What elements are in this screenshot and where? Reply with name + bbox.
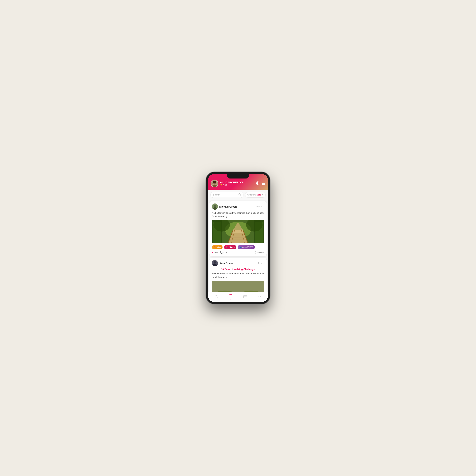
post-time-1: 30m ago (256, 205, 264, 208)
pin-icon: 📍 (214, 246, 216, 248)
svg-line-31 (255, 253, 255, 253)
post-author-2: Sara Grace (212, 260, 233, 266)
post-author-name-1: Michael Green (219, 205, 237, 208)
user-info: ALLY ARCHERON 🏆 100 (220, 181, 243, 186)
like-button-1[interactable]: ♥ 500 (212, 251, 218, 254)
phone-screen: ALLY ARCHERON 🏆 100 (208, 174, 268, 302)
cart-nav-icon (257, 295, 261, 300)
post-avatar-1 (212, 204, 218, 210)
svg-point-3 (213, 181, 216, 184)
post-card-2: Sara Grace 1h ago 30 Days of Walking Cha… (209, 258, 267, 294)
post-author-name-2: Sara Grace (219, 262, 233, 265)
search-placeholder: Search (213, 193, 238, 196)
avatar[interactable] (211, 180, 218, 187)
runner-icon: 🏃 (226, 246, 228, 248)
svg-line-5 (240, 195, 241, 195)
share-button-1[interactable]: SHARE (254, 251, 264, 254)
stat-speed: 🏃 2 km/h (224, 245, 236, 249)
post-avatar-2 (212, 260, 218, 266)
post-author-1: Michael Green (212, 204, 237, 210)
svg-marker-16 (232, 230, 245, 233)
order-label: Order by: (247, 194, 256, 196)
heart-nav-icon (215, 295, 219, 300)
share-label-1: SHARE (257, 251, 264, 254)
svg-rect-53 (229, 294, 232, 295)
svg-rect-35 (212, 281, 264, 292)
notification-dot (258, 181, 259, 182)
post-time-2: 1h ago (258, 262, 264, 264)
svg-point-58 (259, 298, 259, 298)
post-header-1: Michael Green 30m ago (212, 204, 264, 210)
nav-item-activity[interactable] (212, 294, 221, 301)
post-text-2: No better way to start the morning than … (212, 272, 264, 279)
feed-nav-icon (229, 294, 233, 299)
post-text-1: No better way to start the morning than … (212, 211, 264, 218)
feed-nav-dot (231, 299, 231, 300)
post-header-2: Sara Grace 1h ago (212, 260, 264, 266)
feed: Michael Green 30m ago No better way to s… (208, 200, 268, 294)
shoe-icon: 👟 (239, 246, 242, 248)
nav-item-wallet[interactable] (241, 294, 249, 301)
post-image-1 (212, 220, 264, 243)
header-right (256, 181, 265, 186)
user-points: 🏆 100 (220, 184, 243, 186)
svg-point-7 (214, 205, 216, 207)
header-left: ALLY ARCHERON 🏆 100 (211, 180, 243, 187)
order-value: Date (256, 194, 261, 196)
chevron-down-icon: ▼ (262, 194, 263, 196)
bottom-nav (208, 292, 268, 302)
notch (227, 174, 249, 178)
nav-item-feed[interactable] (227, 293, 235, 301)
hamburger-menu-icon[interactable] (262, 183, 265, 185)
svg-point-27 (255, 252, 256, 252)
like-count-1: 500 (214, 251, 218, 254)
bell-icon[interactable] (256, 181, 259, 186)
svg-point-28 (255, 253, 256, 254)
nav-item-cart[interactable] (255, 294, 264, 301)
svg-rect-57 (246, 297, 246, 297)
svg-rect-54 (229, 296, 232, 296)
heart-icon: ♥ (212, 251, 214, 254)
svg-point-59 (260, 298, 260, 298)
trophy-icon: 🏆 (220, 184, 222, 186)
post-card-1: Michael Green 30m ago No better way to s… (209, 201, 267, 256)
user-name: ALLY ARCHERON (220, 181, 243, 184)
wallet-nav-icon (243, 295, 247, 300)
post-actions-1: ♥ 500 💬 130 (212, 251, 264, 254)
challenge-title: 30 Days of Walking Challenge (212, 268, 264, 271)
phone-frame: ALLY ARCHERON 🏆 100 (206, 172, 270, 304)
svg-rect-55 (229, 297, 232, 297)
comment-count-1: 130 (224, 251, 228, 254)
stat-steps: 👟 4000 STEPS (238, 245, 255, 249)
svg-line-30 (255, 252, 255, 252)
search-icon (238, 193, 241, 196)
order-by-selector[interactable]: Order by: Date ▼ (245, 192, 266, 198)
comment-icon: 💬 (220, 251, 223, 254)
svg-point-33 (214, 261, 216, 264)
stat-distance: 📍 3 km (212, 245, 222, 249)
comment-button-1[interactable]: 💬 130 (220, 251, 228, 254)
search-area: Search Order by: Date ▼ (208, 190, 268, 200)
search-box[interactable]: Search (210, 192, 243, 198)
stats-row-1: 📍 3 km 🏃 2 km/h 👟 4000 STEPS (212, 245, 264, 249)
svg-point-29 (254, 252, 255, 253)
